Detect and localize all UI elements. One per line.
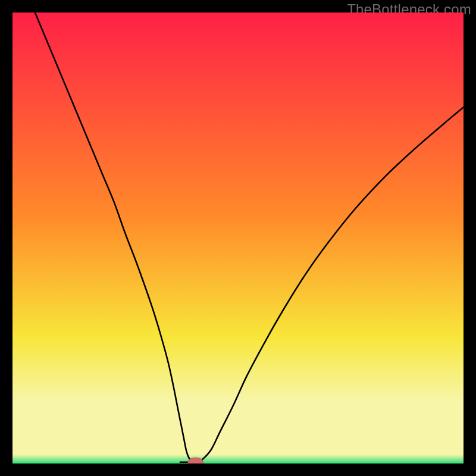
chart-svg [12, 12, 464, 464]
chart-plot-area [12, 12, 464, 464]
outer-frame: TheBottleneck.com [0, 0, 476, 476]
